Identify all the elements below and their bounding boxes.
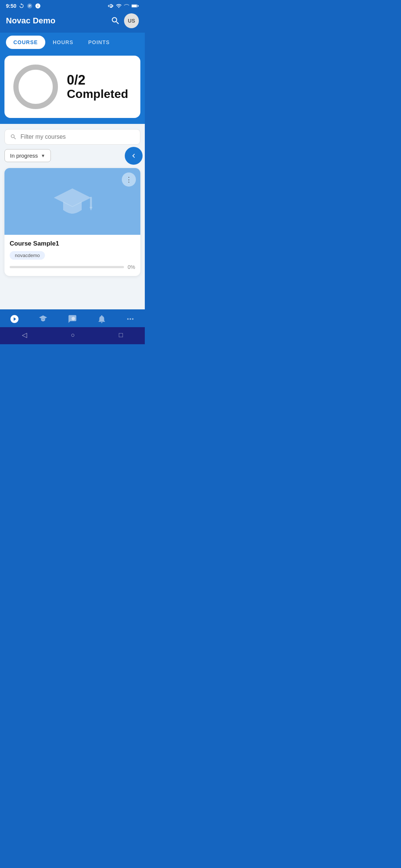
vibrate-icon — [108, 3, 114, 9]
progress-bar-row: 0% — [10, 264, 135, 270]
chevron-down-icon: ▼ — [41, 153, 45, 158]
progress-bar-background — [10, 266, 124, 268]
filter-selected: In progress — [10, 152, 38, 159]
progress-card: 0/2 Completed — [4, 56, 140, 118]
chevron-left-icon — [130, 152, 138, 160]
tab-bar: COURSE HOURS POINTS — [0, 33, 145, 52]
course-card-body: Course Sample1 novacdemo 0% — [4, 235, 140, 276]
avatar[interactable]: US — [124, 13, 139, 28]
filter-dropdown[interactable]: In progress ▼ — [4, 149, 51, 162]
home-nav-button[interactable]: ○ — [71, 331, 75, 339]
course-tag: novacdemo — [10, 251, 45, 260]
search-bar-icon — [10, 133, 17, 141]
svg-rect-4 — [138, 5, 139, 7]
recents-nav-button[interactable]: □ — [119, 331, 123, 339]
svg-rect-3 — [132, 5, 137, 7]
app-title: Novac Demo — [6, 16, 55, 26]
info-icon — [35, 3, 41, 9]
nav-courses[interactable] — [38, 314, 48, 324]
android-nav: ◁ ○ □ — [0, 327, 145, 344]
nav-notifications[interactable] — [97, 314, 107, 324]
wifi-icon — [116, 3, 122, 9]
header-actions: US — [111, 13, 139, 28]
nav-messages[interactable] — [67, 314, 78, 324]
progress-fraction: 0/2 — [67, 73, 131, 88]
progress-section: 0/2 Completed — [0, 52, 145, 124]
status-left: 9:50 P — [6, 3, 41, 9]
course-menu-button[interactable]: ⋮ — [122, 172, 136, 187]
dashboard-icon — [10, 314, 19, 324]
search-input[interactable] — [20, 134, 135, 140]
parking-icon: P — [27, 3, 33, 9]
course-card-image: ⋮ — [4, 168, 140, 235]
svg-text:P: P — [29, 4, 31, 8]
back-button[interactable] — [125, 147, 143, 165]
tab-points[interactable]: POINTS — [81, 36, 117, 49]
back-nav-button[interactable]: ◁ — [22, 331, 27, 339]
graduation-cap-icon — [52, 185, 93, 218]
more-icon — [125, 314, 135, 324]
svg-marker-7 — [89, 207, 92, 211]
filter-row: In progress ▼ — [4, 149, 140, 162]
progress-label: Completed — [67, 87, 131, 101]
progress-percent: 0% — [128, 264, 135, 270]
bottom-nav — [0, 309, 145, 327]
tab-hours[interactable]: HOURS — [45, 36, 81, 49]
svg-point-9 — [72, 317, 75, 320]
svg-marker-8 — [39, 315, 48, 319]
circle-progress — [13, 65, 58, 109]
svg-marker-5 — [54, 188, 91, 207]
signal-icon — [124, 3, 130, 9]
status-right — [108, 3, 139, 9]
course-title: Course Sample1 — [10, 240, 135, 247]
notifications-icon — [97, 314, 107, 324]
courses-icon — [38, 314, 48, 324]
nav-more[interactable] — [125, 314, 135, 324]
tab-course[interactable]: COURSE — [6, 36, 45, 49]
search-icon[interactable] — [111, 16, 120, 26]
rotate-icon — [19, 3, 25, 9]
status-time: 9:50 — [6, 3, 16, 9]
progress-text: 0/2 Completed — [67, 73, 131, 101]
nav-dashboard[interactable] — [10, 314, 19, 324]
status-bar: 9:50 P — [0, 0, 145, 10]
course-card[interactable]: ⋮ Course Sample1 novacdemo 0% — [4, 168, 140, 276]
main-content: In progress ▼ ⋮ Course Sample1 novacdemo — [0, 124, 145, 309]
messages-icon — [67, 314, 78, 324]
search-bar[interactable] — [4, 129, 140, 145]
battery-icon — [131, 4, 139, 8]
header: Novac Demo US — [0, 10, 145, 33]
